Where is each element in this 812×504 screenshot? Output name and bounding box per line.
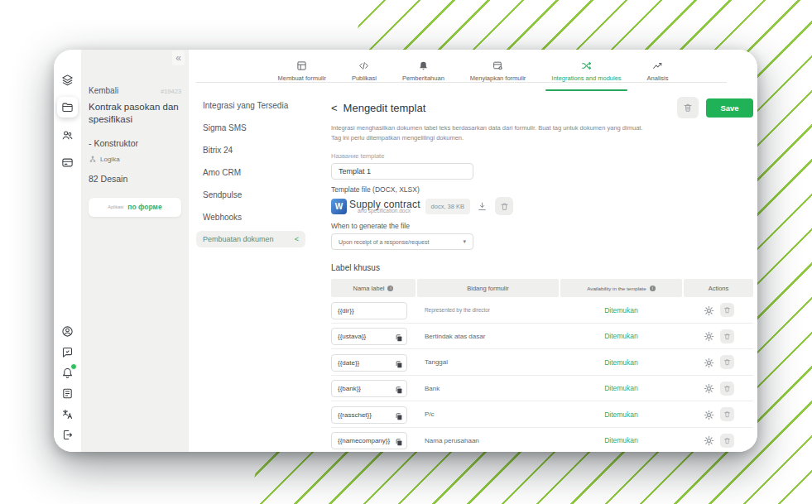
row-actions — [684, 434, 753, 448]
copy-icon[interactable] — [395, 383, 403, 392]
subnav-item-amo-crm[interactable]: Amo CRM — [196, 164, 305, 181]
back-link[interactable]: Kembali — [89, 86, 118, 95]
gear-icon[interactable] — [704, 330, 715, 342]
logic-item[interactable]: Logika — [89, 156, 181, 164]
logout-icon[interactable] — [61, 428, 74, 441]
uploaded-file-row: Supply contract and specification.docx d… — [331, 196, 513, 216]
form-id: #19423 — [161, 88, 181, 95]
delete-file-button[interactable] — [495, 197, 513, 215]
tab-analisis[interactable]: Analisis — [645, 60, 671, 83]
gear-icon[interactable] — [704, 357, 715, 368]
tab-membuat-formulir[interactable]: Membuat formulir — [276, 60, 329, 83]
column-header-name: Nama label — [331, 279, 416, 297]
subnav-item-webhooks[interactable]: Webhooks — [196, 209, 305, 226]
editor-description: Integrasi menghasilkan dokumen tabel tek… — [331, 123, 646, 142]
label-input-wrap — [331, 353, 407, 372]
notification-badge — [70, 363, 77, 370]
file-name: Supply contract and specification.docx — [349, 199, 420, 214]
layers-icon[interactable] — [61, 73, 74, 86]
account-icon[interactable] — [61, 324, 74, 338]
subnav-item-integrasi-yang-tersedia[interactable]: Integrasi yang Tersedia — [196, 97, 305, 114]
tab-publikasi[interactable]: Publikasi — [349, 60, 379, 83]
delete-template-button[interactable] — [677, 97, 699, 118]
column-header-field: Bidang formulir — [417, 279, 559, 297]
constructor-item[interactable]: - Konstruktor — [89, 138, 181, 148]
generate-when-select[interactable]: Upon receipt of a response/request ▾ — [331, 233, 473, 250]
form-grid-icon — [296, 60, 307, 71]
design-item[interactable]: 82 Desain — [89, 174, 181, 184]
subnav-item-bitrix-24[interactable]: Bitrix 24 — [196, 142, 305, 159]
folder-icon[interactable] — [57, 97, 78, 118]
copy-icon[interactable] — [395, 410, 403, 419]
info-icon[interactable] — [387, 286, 393, 291]
back-arrow-icon[interactable]: < — [331, 102, 338, 114]
form-field-name: Bertindak atas dasar — [417, 333, 559, 340]
row-actions — [684, 329, 753, 343]
brand-badge-small-text: Aplikasi — [108, 204, 123, 209]
delete-row-button[interactable] — [720, 434, 734, 448]
delete-row-button[interactable] — [720, 303, 734, 317]
form-field-name: Tanggal — [417, 358, 559, 366]
file-meta: docx, 38 KB — [425, 199, 470, 214]
info-icon[interactable] — [650, 286, 656, 291]
table-row: Bank Ditemukan — [331, 376, 753, 402]
delete-row-button[interactable] — [720, 355, 734, 369]
chevron-left-icon: < — [295, 235, 299, 243]
tab-menyiapkan-formulir[interactable]: Menyiapkan formulir — [468, 60, 529, 83]
row-actions — [684, 382, 753, 396]
form-field-name: Bank — [417, 385, 559, 392]
feedback-icon[interactable] — [61, 345, 74, 358]
label-input-wrap — [331, 406, 407, 424]
delete-row-button[interactable] — [720, 329, 734, 343]
table-row: Tanggal Ditemukan — [331, 349, 753, 376]
card-icon[interactable] — [61, 156, 74, 169]
docs-icon[interactable] — [61, 386, 74, 400]
trash-icon — [723, 358, 731, 366]
trash-icon — [723, 306, 731, 314]
notifications-icon[interactable] — [61, 366, 74, 379]
icon-rail — [54, 50, 81, 452]
table-row: Represented by the director Ditemukan — [331, 297, 753, 324]
tab-pemberitahuan[interactable]: Pemberitahuan — [400, 60, 447, 83]
copy-icon[interactable] — [395, 435, 403, 444]
chevron-down-icon: ▾ — [463, 238, 466, 245]
template-name-input[interactable] — [331, 163, 473, 180]
integration-icon — [581, 60, 592, 71]
delete-row-button[interactable] — [720, 382, 734, 396]
page-title: < Mengedit templat — [331, 102, 425, 114]
chart-icon — [652, 60, 663, 71]
tabs-bar: Membuat formulir Publikasi Pemberitahuan… — [189, 50, 757, 83]
subnav-item-sigma-sms[interactable]: Sigma SMS — [196, 119, 305, 137]
download-icon[interactable] — [477, 200, 488, 212]
subnav-item-sendpulse[interactable]: Sendpulse — [196, 186, 305, 204]
gear-icon[interactable] — [704, 409, 715, 420]
trash-icon — [723, 410, 731, 418]
gear-icon[interactable] — [704, 382, 715, 394]
brand-badge[interactable]: Aplikasi по форме — [89, 198, 181, 217]
trash-icon — [500, 202, 509, 211]
trash-icon — [723, 385, 731, 392]
generate-when-label: When to generate the file — [331, 222, 753, 230]
project-title: Kontrak pasokan dan spesifikasi — [89, 101, 181, 126]
trash-icon — [723, 437, 731, 444]
column-header-availability: Availability in the template — [560, 279, 682, 297]
copy-icon[interactable] — [395, 331, 403, 340]
copy-icon[interactable] — [395, 358, 403, 367]
row-actions — [684, 407, 753, 421]
tab-integrations-and-modules[interactable]: Integrations and modules — [549, 60, 623, 83]
label-name-input[interactable] — [331, 302, 407, 319]
subnav-item-pembuatan-dokumen[interactable]: Pembuatan dokumen < — [196, 231, 305, 247]
brand-badge-green-text: по форме — [127, 203, 161, 211]
availability-status: Ditemukan — [560, 410, 682, 419]
gear-icon[interactable] — [704, 305, 715, 316]
collapse-panel-icon[interactable]: « — [172, 50, 185, 65]
members-icon[interactable] — [61, 128, 74, 142]
form-gear-icon — [492, 60, 503, 71]
save-button[interactable]: Save — [706, 98, 753, 118]
availability-status: Ditemukan — [560, 358, 682, 367]
language-icon[interactable] — [61, 407, 74, 420]
gear-icon[interactable] — [704, 434, 715, 446]
delete-row-button[interactable] — [720, 407, 734, 421]
form-field-name: Represented by the director — [417, 307, 559, 313]
custom-labels-section-title: Label khusus — [331, 263, 753, 272]
